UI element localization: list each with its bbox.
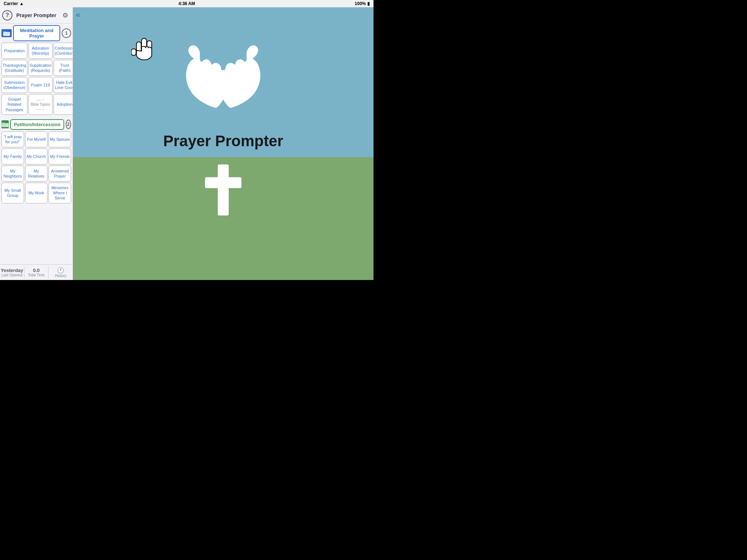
svg-rect-2	[3, 32, 10, 36]
total-time-item[interactable]: 0.0 Total Time	[24, 266, 49, 279]
meditation-section-button[interactable]: Meditation and Prayer	[13, 25, 60, 41]
meditation-folder-icon	[1, 29, 12, 37]
btn-adoration[interactable]: Adoration (Worship)	[28, 43, 53, 59]
btn-supplication[interactable]: Supplication (Requests)	[28, 60, 53, 76]
history-clock-icon: 🕐	[57, 267, 64, 274]
app-title: Prayer Prompter	[73, 132, 374, 150]
btn-gospel[interactable]: Gospel Related Passages	[1, 94, 27, 115]
petition-count: 2	[66, 120, 71, 129]
btn-my-work[interactable]: My Work	[25, 183, 48, 203]
svg-rect-7	[2, 123, 8, 127]
btn-my-church[interactable]: My Church	[25, 148, 48, 164]
hero-bottom	[73, 157, 374, 280]
battery-label: 100%	[355, 1, 366, 6]
last-opened-item[interactable]: Yesterday Last Opened	[0, 266, 24, 279]
meditation-section-header: Meditation and Prayer 1	[1, 25, 71, 41]
battery-info: 100% ▮	[355, 1, 370, 6]
bottom-bar: Yesterday Last Opened 0.0 Total Time 🕐 H…	[0, 264, 73, 280]
total-time-label: Total Time	[28, 273, 45, 277]
carrier-info: Carrier ▲	[4, 1, 24, 6]
sidebar-header: ? Prayer Prompter ⚙	[0, 7, 73, 24]
btn-bible-topics[interactable]: ----→Bible Topics----→	[28, 94, 53, 115]
meditation-button-grid: Preparation Adoration (Worship) Confessi…	[1, 43, 71, 115]
sidebar: ? Prayer Prompter ⚙ Meditation and Praye…	[0, 7, 73, 280]
btn-my-neighbors[interactable]: My Neighbors	[1, 166, 24, 182]
btn-my-friends[interactable]: My Friends	[49, 148, 71, 164]
btn-psalm119[interactable]: Psalm 119	[28, 77, 53, 93]
btn-my-family[interactable]: My Family	[1, 148, 24, 164]
last-opened-label: Last Opened	[1, 273, 22, 277]
wifi-icon: ▲	[19, 1, 24, 6]
praying-hands-icon	[176, 42, 271, 122]
btn-adoption[interactable]: Adoption	[54, 94, 73, 115]
petition-button-grid: "I will pray for you!" For Myself My Spo…	[1, 131, 71, 203]
btn-ministries[interactable]: Ministries Where I Serve	[49, 183, 71, 203]
btn-thanksgiving[interactable]: Thanksgiving (Gratitude)	[1, 60, 27, 76]
status-time: 4:36 AM	[178, 1, 195, 6]
btn-hate-evil[interactable]: Hate Evil, Love Good	[54, 77, 73, 93]
history-item[interactable]: 🕐 History	[49, 266, 73, 279]
btn-answered-prayer[interactable]: Answered Prayer	[49, 166, 71, 182]
settings-button[interactable]: ⚙	[60, 10, 70, 20]
meditation-count: 1	[62, 28, 71, 38]
btn-submission[interactable]: Submission (Obedience)	[1, 77, 27, 93]
btn-for-myself[interactable]: For Myself	[25, 131, 48, 147]
btn-confession[interactable]: Confession (Contrition)	[54, 43, 73, 59]
total-time-value: 0.0	[33, 268, 39, 273]
history-label: History	[55, 274, 66, 278]
btn-my-relatives[interactable]: My Relatives	[25, 166, 48, 182]
last-opened-value: Yesterday	[1, 268, 23, 273]
btn-trust[interactable]: Trust (Faith)	[54, 60, 73, 76]
svg-rect-10	[218, 164, 229, 215]
petition-folder-icon	[1, 120, 9, 128]
help-button[interactable]: ?	[2, 10, 12, 20]
back-icon: «	[76, 10, 80, 19]
app-container: ? Prayer Prompter ⚙ Meditation and Praye…	[0, 7, 374, 280]
btn-pray-for-you[interactable]: "I will pray for you!"	[1, 131, 24, 147]
petition-section: Petition/Intercession 2 "I will pray for…	[0, 118, 73, 206]
battery-icon: ▮	[367, 1, 370, 6]
meditation-section: Meditation and Prayer 1 Preparation Ador…	[0, 24, 73, 118]
carrier-label: Carrier	[4, 1, 18, 6]
btn-preparation[interactable]: Preparation	[1, 43, 27, 59]
sidebar-title: Prayer Prompter	[14, 12, 59, 18]
hero-top: Prayer Prompter	[73, 7, 374, 157]
status-bar: Carrier ▲ 4:36 AM 100% ▮	[0, 0, 374, 7]
svg-rect-11	[205, 177, 241, 188]
cross-icon	[201, 161, 245, 219]
back-button[interactable]: «	[76, 10, 80, 20]
btn-my-small-group[interactable]: My Small Group	[1, 183, 24, 203]
btn-my-spouse[interactable]: My Spouse	[49, 131, 71, 147]
petition-section-header: Petition/Intercession 2	[1, 119, 71, 130]
main-content: « Prayer Prompter	[73, 7, 374, 280]
petition-section-button[interactable]: Petition/Intercession	[10, 119, 64, 130]
